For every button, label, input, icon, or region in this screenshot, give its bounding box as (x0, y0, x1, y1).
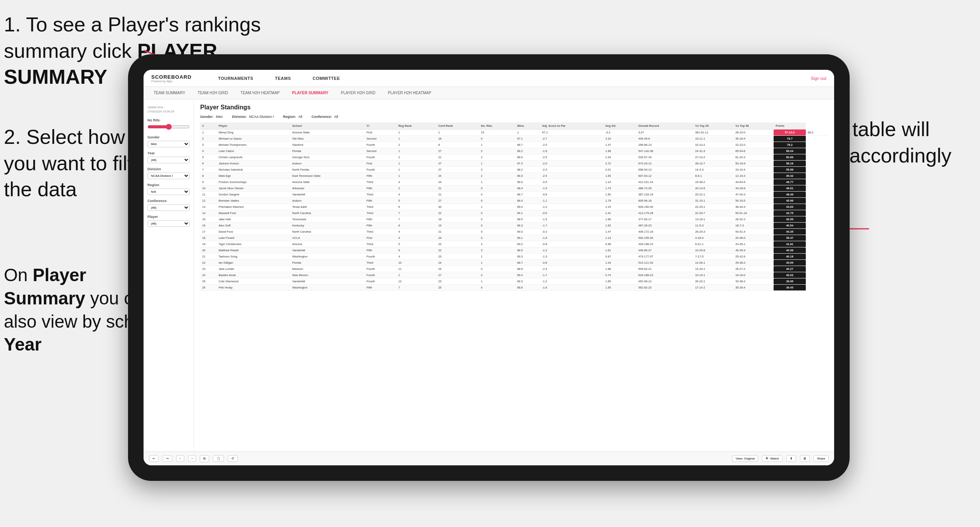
forward-button[interactable]: › (188, 455, 196, 462)
col-vs-top25: Vs Top 25 (693, 123, 734, 130)
sidebar: Update time:27/03/2024 16:56:26 No Rds. … (144, 99, 194, 451)
no-rds-label: No Rds. (147, 118, 190, 122)
col-avg-sg: Avg SG (603, 123, 636, 130)
watch-button[interactable]: 👁 Watch (762, 455, 782, 462)
table-row: 22Ian GilliganFloridaThird1024168.7-0.81… (200, 260, 828, 266)
back-button[interactable]: ‹ (176, 455, 184, 462)
table-row: 23Jack LundinMissouriFourth1124068.8-2.3… (200, 266, 828, 272)
col-reg-rank: Reg Rank (397, 123, 436, 130)
tablet-screen: SCOREBOARD Powered by dippi TOURNAMENTS … (144, 70, 834, 465)
view-label: View: Original (736, 457, 755, 460)
update-time: Update time:27/03/2024 16:56:26 (147, 105, 190, 114)
table-row: 5Christo LamprechtGeorgia TechFourth2212… (200, 154, 828, 161)
col-wins: Wins (515, 123, 540, 130)
section-title: Player Standings (200, 104, 828, 111)
nav-committee[interactable]: COMMITTEE (310, 74, 343, 82)
undo-button[interactable]: ↩ (149, 455, 159, 462)
table-row: 25Cole SherwoodVanderbiltFourth1223169.3… (200, 278, 828, 285)
sub-nav-team-h2h-grid[interactable]: TEAM H2H GRID (196, 89, 230, 97)
table-row: 11Gordon SargentVanderbiltThird421068.7-… (200, 192, 828, 198)
main-content: Update time:27/03/2024 16:56:26 No Rds. … (144, 99, 834, 451)
filter-region: Region: All (283, 115, 303, 119)
paste-button[interactable]: 📋 (213, 455, 224, 462)
share-button[interactable]: Share (814, 455, 829, 462)
table-row: 26Petr HrubyWashingtonFifth725068.6-1.81… (200, 285, 828, 291)
nav-teams[interactable]: TEAMS (272, 74, 294, 82)
slider-container[interactable] (147, 124, 190, 131)
copy-button[interactable]: ⧉ (200, 455, 209, 462)
sub-nav-team-summary[interactable]: TEAM SUMMARY (151, 89, 188, 97)
nav-right: Sign out (811, 76, 826, 81)
logo-sub: Powered by dippi (151, 80, 192, 83)
division-label: Division (147, 167, 190, 171)
logo-text: SCOREBOARD (151, 74, 192, 80)
table-row: 8Mats EgeEast Tennessee StateFifth124268… (200, 173, 828, 179)
col-school: School (290, 123, 365, 130)
table-row: 2Michael Le SassoOle MissSecond118067.1-… (200, 136, 828, 142)
grid-button[interactable]: ⊞ (800, 455, 810, 462)
region-label: Region (147, 183, 190, 187)
table-row: 4Luke ClatonFloridaSecond127268.2-1.61.9… (200, 148, 828, 154)
table-row: 17David FordNorth CarolinaThird421069.0-… (200, 229, 828, 235)
year-label: Year (147, 151, 190, 155)
filter-division: Division: NCAA Division I (232, 115, 274, 119)
table-row: 18Luke PowellUCLAFirst424069.1-1.81.1350… (200, 235, 828, 241)
on-player-text: On (4, 265, 33, 285)
top-nav: SCOREBOARD Powered by dippi TOURNAMENTS … (144, 70, 834, 87)
nav-tournaments[interactable]: TOURNAMENTS (215, 74, 256, 82)
clock-button[interactable]: ⏱ (228, 455, 238, 462)
table-row: 16Alex GoffKentuckyFifth819068.3-1.71.92… (200, 223, 828, 229)
bottom-toolbar: ↩ ↪ ‹ › ⧉ 📋 ⏱ View: Original 👁 Watch ⬆ ⊞… (144, 451, 834, 465)
tablet-device: SCOREBOARD Powered by dippi TOURNAMENTS … (128, 54, 850, 481)
table-header-row: # Player School Yr Reg Rank Conf Rank No… (200, 123, 828, 130)
year-select[interactable]: (All) First Second Third Fourth Fifth (147, 157, 190, 163)
col-player: Player (216, 123, 290, 130)
col-overall-record: Overall Record (636, 123, 693, 130)
region-select[interactable]: N/A All (147, 188, 190, 195)
table-row: 10Jacob Skov OlesenArkansasFifth221068.4… (200, 185, 828, 192)
sub-nav-player-h2h-heatmap[interactable]: PLAYER H2H HEATMAP (386, 89, 434, 97)
col-points: Points (774, 123, 806, 130)
filter-gender: Gender: Men (200, 115, 223, 119)
table-row: 6Jackson KoivunAuburnFirst127167.3-2.02.… (200, 161, 828, 167)
filter-conference: Conference: All (312, 115, 338, 119)
table-area: Player Standings Gender: Men Division: N… (194, 99, 834, 451)
table-row: 19Tiger ChristensenArizonaThird522269.2-… (200, 241, 828, 247)
table-row: 12Brendan ValdesAuburnFifth527068.4-1.11… (200, 198, 828, 204)
table-row: 21Taehoon SongWashingtonFourth423169.3-1… (200, 254, 828, 260)
view-button[interactable]: View: Original (732, 455, 758, 462)
table-row: 1Wenyi DingArizona StateFirst1115167.1-3… (200, 130, 828, 136)
sub-nav-player-summary[interactable]: PLAYER SUMMARY (290, 89, 331, 97)
sub-nav-team-h2h-heatmap[interactable]: TEAM H2H HEATMAP (238, 89, 282, 97)
watch-icon: 👁 (765, 457, 769, 460)
player-select[interactable]: (All) (147, 220, 190, 227)
sign-out-link[interactable]: Sign out (811, 76, 826, 81)
share-label: Share (817, 457, 825, 460)
gender-label: Gender (147, 135, 190, 139)
filters-row: Gender: Men Division: NCAA Division I Re… (200, 115, 828, 119)
standings-table: # Player School Yr Reg Rank Conf Rank No… (200, 123, 828, 291)
watch-label: Watch (770, 457, 779, 460)
division-select[interactable]: NCAA Division I NCAA Division II NCAA Di… (147, 173, 190, 179)
table-row: 7Nicholas GabrelcikNorth FloridaFourth12… (200, 167, 828, 173)
table-row: 13Phichaksn MaichonTexas A&MThird630169.… (200, 204, 828, 210)
sub-nav-player-h2h-grid[interactable]: PLAYER H2H GRID (339, 89, 378, 97)
col-vs-top50: Vs Top 50 (733, 123, 774, 130)
export-button[interactable]: ⬆ (786, 455, 796, 462)
col-conf-rank: Conf Rank (436, 123, 479, 130)
gender-select[interactable]: Men Women (147, 141, 190, 147)
logo-area: SCOREBOARD Powered by dippi (151, 74, 192, 83)
col-no-rds: No. Rds. (479, 123, 515, 130)
col-rank: # (200, 123, 216, 130)
table-row: 3Michael ThorbjornsenStanfordFourth28168… (200, 142, 828, 148)
sub-nav: TEAM SUMMARY TEAM H2H GRID TEAM H2H HEAT… (144, 87, 834, 99)
col-yr: Yr (365, 123, 397, 130)
redo-button[interactable]: ↪ (163, 455, 172, 462)
conference-label: Conference (147, 199, 190, 203)
table-row: 9Preston SummerhaysArizona StateThird324… (200, 179, 828, 185)
table-row: 20Matthew RiedelVanderbiltFifth922368.5-… (200, 247, 828, 254)
table-row: 24Bastien AmatNew MexicoFourth127269.4-1… (200, 272, 828, 278)
conference-select[interactable]: (All) (147, 204, 190, 211)
no-rds-slider[interactable] (147, 124, 190, 130)
col-adj-score: Adj. Score to Par (540, 123, 603, 130)
